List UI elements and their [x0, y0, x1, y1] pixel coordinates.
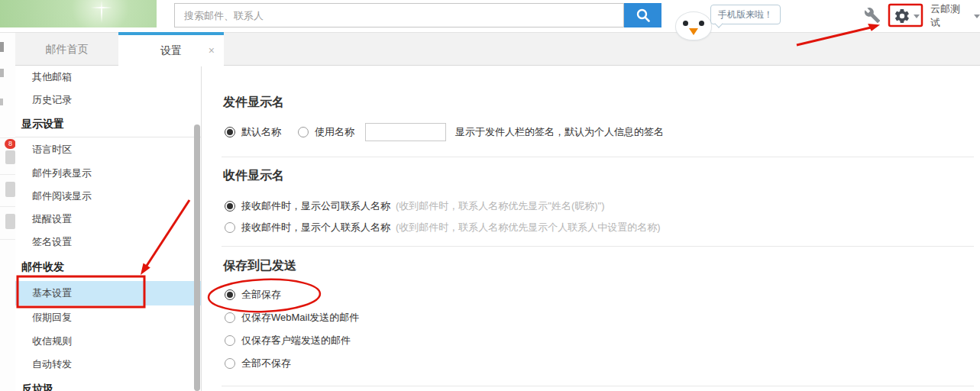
save-option-row: 全部不保存	[225, 354, 294, 373]
sidebar-header-send-receive: 邮件收发	[15, 254, 201, 281]
radio-default-name[interactable]	[225, 127, 235, 137]
settings-content: 发件显示名 默认名称 使用名称 显示于发件人栏的签名，默认为个人信息的签名 收件…	[202, 66, 980, 391]
tab-settings[interactable]: 设置 ×	[118, 32, 224, 66]
radio-label: 仅保存WebMail发送的邮件	[241, 311, 359, 325]
tab-settings-label: 设置	[160, 44, 182, 57]
radio-company-contact-name[interactable]	[225, 201, 235, 212]
receive-option-row: 接收邮件时，显示公司联系人名称 (收到邮件时，联系人名称优先显示"姓名(昵称)"…	[225, 196, 605, 216]
row-divider	[0, 239, 15, 240]
sparkle-icon	[91, 7, 112, 8]
top-bar: 手机版来啦！ 云邮测试	[0, 0, 980, 33]
radio-save-none[interactable]	[225, 358, 235, 369]
radio-label: 接收邮件时，显示个人联系人名称	[241, 221, 390, 234]
sender-name-note: 显示于发件人栏的签名，默认为个人信息的签名	[455, 125, 664, 139]
sidebar-item-mail-list-display[interactable]: 邮件列表显示	[15, 162, 201, 185]
mascot-eye	[699, 21, 704, 26]
close-icon[interactable]: ×	[209, 44, 215, 57]
sidebar-item-basic-settings[interactable]: 基本设置	[15, 281, 201, 305]
settings-sidebar: 其他邮箱 历史记录 显示设置 语言时区 邮件列表显示 邮件阅读显示 提醒设置 签…	[15, 66, 202, 391]
settings-gear-menu[interactable]	[894, 7, 920, 25]
sidebar-item-mail-read-display[interactable]: 邮件阅读显示	[15, 185, 201, 208]
sidebar-item-vacation-reply[interactable]: 假期回复	[15, 305, 201, 330]
mascot-avatar[interactable]	[675, 11, 712, 40]
section-divider	[222, 386, 974, 386]
wrench-icon[interactable]	[864, 7, 881, 24]
mascot-eye	[683, 21, 688, 26]
chevron-down-icon	[974, 15, 980, 18]
row-divider	[0, 206, 15, 207]
sidebar-item-other-mailbox[interactable]: 其他邮箱	[15, 66, 201, 89]
gear-icon	[894, 8, 910, 24]
section-title-sender-display-name: 发件显示名	[223, 95, 284, 111]
save-option-row: 全部保存	[225, 285, 284, 305]
clipped-text-fragment	[0, 42, 4, 52]
sidebar-item-receive-rules[interactable]: 收信规则	[15, 330, 201, 353]
option-hint: (收到邮件时，联系人名称优先显示个人联系人中设置的名称)	[396, 221, 661, 234]
radio-personal-contact-name[interactable]	[225, 222, 235, 233]
sidebar-header-display-settings: 显示设置	[15, 111, 201, 137]
webmail-settings-page: 8 手机版来啦！	[0, 0, 980, 391]
radio-label: 全部不保存	[241, 357, 291, 370]
radio-label: 仅保存客户端发送的邮件	[241, 334, 351, 347]
clipped-text-fragment	[0, 99, 3, 105]
chevron-down-icon	[914, 15, 920, 18]
magnifier-icon	[634, 6, 652, 24]
section-divider	[222, 157, 974, 157]
radio-label: 使用名称	[315, 125, 354, 139]
sidebar-scrollbar[interactable]	[194, 124, 200, 391]
sparkle-icon	[101, 0, 102, 23]
save-option-row: 仅保存WebMail发送的邮件	[225, 308, 362, 328]
clipped-count-pill	[5, 150, 15, 164]
radio-custom-name[interactable]	[298, 127, 309, 137]
tab-mail-home[interactable]: 邮件首页	[15, 32, 118, 66]
clipped-count-pill	[5, 214, 15, 229]
sidebar-item-language-timezone[interactable]: 语言时区	[15, 137, 201, 162]
account-menu[interactable]: 云邮测试	[930, 0, 980, 32]
account-name: 云邮测试	[930, 2, 969, 30]
save-option-row: 仅保存客户端发送的邮件	[225, 331, 354, 351]
radio-save-all[interactable]	[225, 289, 235, 300]
radio-save-client-only[interactable]	[225, 335, 235, 346]
display-name-input[interactable]	[365, 123, 446, 141]
row-divider	[0, 137, 15, 138]
radio-label: 默认名称	[241, 125, 281, 139]
radio-label: 接收邮件时，显示公司联系人名称	[241, 199, 390, 213]
sidebar-item-auto-forward[interactable]: 自动转发	[15, 353, 201, 376]
clipped-count-pill	[5, 182, 15, 197]
sidebar-header-antispam: 反垃圾	[15, 376, 201, 391]
option-hint: (收到邮件时，联系人名称优先显示"姓名(昵称)")	[396, 199, 605, 213]
clipped-text-fragment	[0, 69, 4, 77]
radio-save-webmail-only[interactable]	[225, 312, 235, 323]
mascot-beak	[689, 28, 698, 35]
sidebar-item-history[interactable]: 历史记录	[15, 89, 201, 111]
brand-logo	[0, 0, 157, 27]
sender-display-name-row: 默认名称 使用名称 显示于发件人栏的签名，默认为个人信息的签名	[225, 122, 664, 142]
radio-label: 全部保存	[241, 288, 281, 302]
row-divider	[0, 174, 15, 175]
search-input[interactable]	[174, 3, 624, 27]
section-title-receive-display-name: 收件显示名	[223, 168, 284, 184]
search-button[interactable]	[624, 3, 661, 27]
sidebar-item-signature-settings[interactable]: 签名设置	[15, 231, 201, 254]
sidebar-item-reminder-settings[interactable]: 提醒设置	[15, 208, 201, 231]
unread-count-badge: 8	[5, 139, 16, 149]
section-title-save-to-sent: 保存到已发送	[223, 258, 296, 274]
mobile-version-bubble[interactable]: 手机版来啦！	[710, 5, 781, 24]
background-folder-strip: 8	[0, 32, 16, 391]
section-divider	[222, 246, 974, 247]
receive-option-row: 接收邮件时，显示个人联系人名称 (收到邮件时，联系人名称优先显示个人联系人中设置…	[225, 218, 661, 238]
